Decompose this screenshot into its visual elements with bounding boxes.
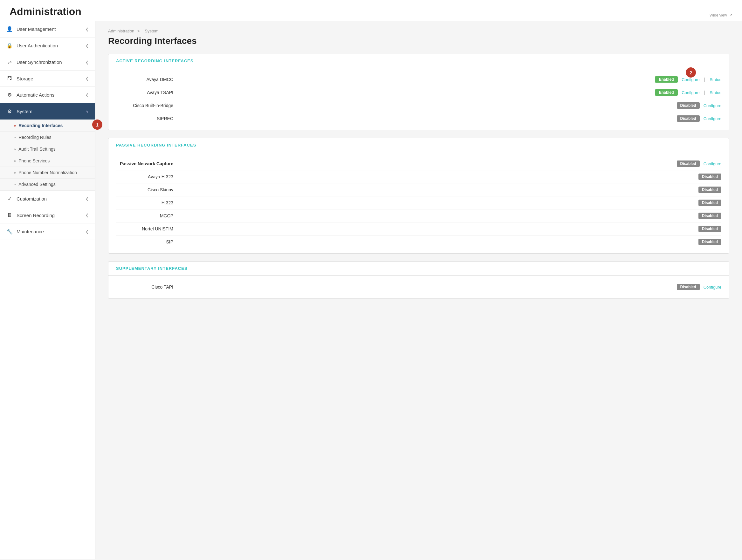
sidebar-item-automatic-actions[interactable]: ⚙ Automatic Actions ❮ bbox=[0, 87, 95, 103]
status-badge-h323: Disabled bbox=[698, 200, 721, 206]
screen-recording-icon: 🖥 bbox=[6, 212, 13, 218]
main-content: 1 Administration > System Recording Inte… bbox=[95, 21, 742, 559]
sidebar: 👤 User Management ❮ 🔒 User Authenticatio… bbox=[0, 21, 95, 559]
status-badge-avaya-tsapi: Enabled bbox=[655, 89, 678, 96]
sidebar-subitem-phone-services[interactable]: » Phone Services bbox=[0, 155, 95, 167]
sidebar-item-user-management[interactable]: 👤 User Management ❮ bbox=[0, 21, 95, 38]
interface-name-siprec: SIPREC bbox=[116, 116, 173, 121]
user-sync-icon: ⇌ bbox=[6, 59, 13, 65]
sidebar-label-user-management: User Management bbox=[16, 26, 56, 32]
status-badge-cisco-skinny: Disabled bbox=[698, 186, 721, 193]
sidebar-subitem-phone-number-normalization[interactable]: » Phone Number Normalization bbox=[0, 167, 95, 179]
status-badge-passive-network: Disabled bbox=[677, 161, 700, 167]
interface-name-nortel-unistim: Nortel UNISTIM bbox=[116, 226, 173, 231]
chevron-storage: ❮ bbox=[86, 76, 89, 81]
passive-recording-section: PASSIVE RECORDING INTERFACES Passive Net… bbox=[108, 138, 729, 254]
sidebar-item-screen-recording[interactable]: 🖥 Screen Recording ❮ bbox=[0, 207, 95, 223]
user-management-icon: 👤 bbox=[6, 26, 13, 32]
chevron-system: ∨ bbox=[86, 109, 89, 114]
table-row: Avaya TSAPI Enabled Configure | Status bbox=[116, 86, 721, 99]
supplementary-recording-section: SUPPLEMENTARY INTERFACES Cisco TAPI Disa… bbox=[108, 261, 729, 299]
sidebar-item-maintenance[interactable]: 🔧 Maintenance ❮ bbox=[0, 223, 95, 240]
breadcrumb-current: System bbox=[145, 29, 158, 34]
table-row: 2 Avaya DMCC Enabled Configure | Status bbox=[116, 73, 721, 86]
table-row: H.323 Disabled bbox=[116, 197, 721, 210]
pipe-avaya-tsapi: | bbox=[704, 90, 705, 95]
interface-name-avaya-dmcc: Avaya DMCC bbox=[116, 77, 173, 82]
subitem-label-recording-interfaces: Recording Interfaces bbox=[18, 123, 63, 128]
breadcrumb: Administration > System bbox=[108, 29, 729, 34]
table-row: Cisco Skinny Disabled bbox=[116, 183, 721, 197]
passive-section-body: Passive Network Capture Disabled Configu… bbox=[108, 152, 729, 253]
status-badge-sip: Disabled bbox=[698, 239, 721, 245]
sidebar-item-storage[interactable]: 🖫 Storage ❮ bbox=[0, 70, 95, 87]
status-badge-cisco-tapi: Disabled bbox=[677, 284, 700, 290]
sidebar-subitem-recording-interfaces[interactable]: » Recording Interfaces bbox=[0, 120, 95, 131]
arrow-recording-interfaces: » bbox=[14, 124, 16, 127]
chevron-user-management: ❮ bbox=[86, 27, 89, 32]
arrow-phone-services: » bbox=[14, 159, 16, 163]
active-section-body: 2 Avaya DMCC Enabled Configure | Status … bbox=[108, 68, 729, 130]
sidebar-item-system[interactable]: ⚙ System ∨ bbox=[0, 103, 95, 120]
sidebar-item-customization[interactable]: ✓ Customization ❮ bbox=[0, 191, 95, 207]
interface-name-sip: SIP bbox=[116, 239, 173, 244]
status-badge-cisco-bib: Disabled bbox=[677, 102, 700, 109]
sidebar-subitem-audit-trail-settings[interactable]: » Audit Trail Settings bbox=[0, 143, 95, 155]
arrow-phone-normalization: » bbox=[14, 171, 16, 174]
chevron-customization: ❮ bbox=[86, 197, 89, 201]
page-title: Recording Interfaces bbox=[108, 36, 729, 46]
sidebar-item-user-authentication[interactable]: 🔒 User Authentication ❮ bbox=[0, 38, 95, 54]
arrow-audit-trail: » bbox=[14, 147, 16, 151]
subitem-label-advanced-settings: Advanced Settings bbox=[18, 182, 56, 187]
system-submenu: » Recording Interfaces » Recording Rules… bbox=[0, 120, 95, 191]
table-row: Cisco Built-in-Bridge Disabled Configure bbox=[116, 99, 721, 112]
configure-link-siprec[interactable]: Configure bbox=[703, 116, 721, 121]
breadcrumb-parent[interactable]: Administration bbox=[108, 29, 134, 34]
passive-section-header: PASSIVE RECORDING INTERFACES bbox=[108, 138, 729, 152]
interface-name-mgcp: MGCP bbox=[116, 213, 173, 218]
passive-section-title: PASSIVE RECORDING INTERFACES bbox=[116, 143, 721, 148]
sidebar-label-system: System bbox=[16, 109, 33, 114]
status-badge-avaya-h323: Disabled bbox=[698, 173, 721, 180]
sidebar-subitem-advanced-settings[interactable]: » Advanced Settings bbox=[0, 179, 95, 190]
configure-link-avaya-tsapi[interactable]: Configure bbox=[682, 90, 699, 95]
table-row: SIP Disabled bbox=[116, 235, 721, 248]
table-row: Passive Network Capture Disabled Configu… bbox=[116, 157, 721, 170]
sidebar-label-user-synchronization: User Synchronization bbox=[16, 59, 62, 65]
interface-name-passive-network: Passive Network Capture bbox=[116, 161, 173, 166]
annotation-2: 2 bbox=[686, 67, 696, 77]
wide-view-button[interactable]: Wide view ↗ bbox=[708, 13, 733, 17]
configure-link-passive-network[interactable]: Configure bbox=[703, 161, 721, 166]
table-row: SIPREC Disabled Configure bbox=[116, 112, 721, 125]
configure-link-cisco-tapi[interactable]: Configure bbox=[703, 285, 721, 289]
table-row: Cisco TAPI Disabled Configure bbox=[116, 281, 721, 293]
table-row: Avaya H.323 Disabled bbox=[116, 170, 721, 183]
active-section-title: ACTIVE RECORDING INTERFACES bbox=[116, 58, 721, 63]
subitem-label-audit-trail: Audit Trail Settings bbox=[18, 147, 56, 152]
configure-link-cisco-bib[interactable]: Configure bbox=[703, 103, 721, 108]
status-link-avaya-tsapi[interactable]: Status bbox=[709, 90, 721, 95]
chevron-maintenance: ❮ bbox=[86, 229, 89, 234]
interface-name-cisco-skinny: Cisco Skinny bbox=[116, 187, 173, 192]
sidebar-label-customization: Customization bbox=[16, 196, 47, 202]
chevron-automatic-actions: ❮ bbox=[86, 93, 89, 97]
sidebar-label-automatic-actions: Automatic Actions bbox=[16, 92, 54, 98]
sidebar-subitem-recording-rules[interactable]: » Recording Rules bbox=[0, 131, 95, 143]
table-row: Nortel UNISTIM Disabled bbox=[116, 222, 721, 235]
interface-name-avaya-tsapi: Avaya TSAPI bbox=[116, 90, 173, 95]
supplementary-section-title: SUPPLEMENTARY INTERFACES bbox=[116, 266, 721, 271]
interface-name-cisco-tapi: Cisco TAPI bbox=[116, 284, 173, 289]
sidebar-label-user-authentication: User Authentication bbox=[16, 43, 58, 48]
status-link-avaya-dmcc[interactable]: Status bbox=[709, 77, 721, 82]
table-row: MGCP Disabled bbox=[116, 210, 721, 222]
active-section-header: ACTIVE RECORDING INTERFACES bbox=[108, 54, 729, 68]
status-badge-avaya-dmcc: Enabled bbox=[655, 76, 678, 82]
system-icon: ⚙ bbox=[6, 108, 13, 114]
customization-icon: ✓ bbox=[6, 196, 13, 202]
arrow-advanced-settings: » bbox=[14, 182, 16, 186]
subitem-label-recording-rules: Recording Rules bbox=[18, 135, 52, 140]
interface-name-cisco-bib: Cisco Built-in-Bridge bbox=[116, 103, 173, 108]
active-recording-section: ACTIVE RECORDING INTERFACES 2 Avaya DMCC… bbox=[108, 54, 729, 130]
sidebar-item-user-synchronization[interactable]: ⇌ User Synchronization ❮ bbox=[0, 54, 95, 70]
configure-link-avaya-dmcc[interactable]: Configure bbox=[682, 77, 699, 82]
